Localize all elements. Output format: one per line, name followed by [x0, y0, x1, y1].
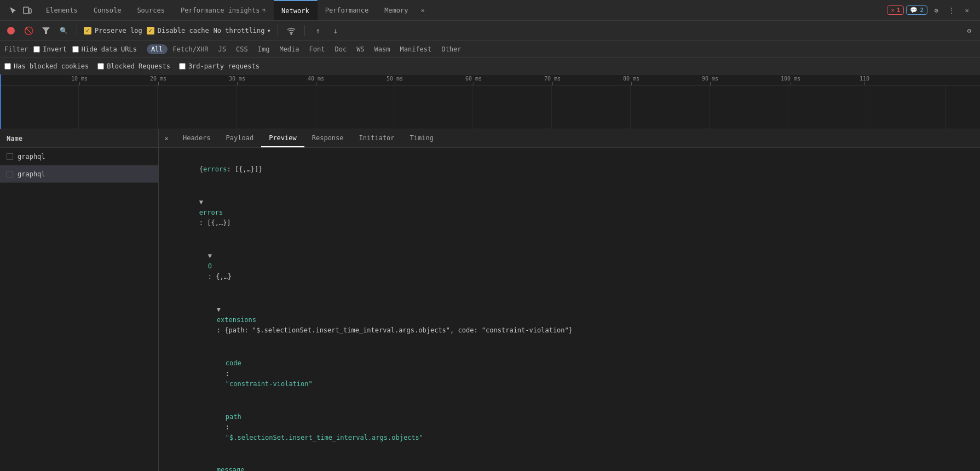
- json-0-brace: : {,…}: [208, 273, 232, 280]
- tab-elements[interactable]: Elements: [38, 0, 86, 20]
- tab-memory[interactable]: Memory: [377, 0, 416, 20]
- json-extensions-value: : {path: "$.selectionSet.insert_time_int…: [217, 326, 573, 334]
- export-button[interactable]: ↓: [329, 24, 342, 37]
- tab-performance[interactable]: Performance: [318, 0, 377, 20]
- throttle-select[interactable]: No throttling ▾: [214, 27, 271, 35]
- clear-button[interactable]: 🚫: [22, 24, 35, 37]
- tick-10ms-label: 10 ms: [71, 76, 88, 82]
- has-blocked-cookies-input[interactable]: [4, 63, 11, 70]
- hide-data-urls-checkbox[interactable]: Hide data URLs: [72, 45, 137, 53]
- hide-data-urls-input[interactable]: [72, 46, 79, 53]
- blocked-requests-input[interactable]: [97, 63, 104, 70]
- tab-console[interactable]: Console: [86, 0, 130, 20]
- search-icon: 🔍: [60, 27, 68, 35]
- name-item-checkbox-1[interactable]: [7, 153, 13, 160]
- filter-type-manifest[interactable]: Manifest: [396, 44, 436, 54]
- hide-data-urls-label: Hide data URLs: [82, 45, 137, 53]
- devtools-icons: [2, 5, 38, 16]
- has-blocked-cookies-checkbox[interactable]: Has blocked cookies: [4, 62, 89, 70]
- json-key-message: message: [217, 466, 245, 471]
- tick-70ms: 70 ms: [544, 76, 561, 85]
- close-detail-button[interactable]: ×: [161, 133, 172, 144]
- filter-type-doc[interactable]: Doc: [330, 44, 351, 54]
- third-party-checkbox[interactable]: 3rd-party requests: [179, 62, 260, 70]
- preserve-log-label: Preserve log: [95, 27, 142, 35]
- filter-type-img[interactable]: Img: [253, 44, 274, 54]
- chat-icon: 💬: [910, 7, 918, 14]
- preserve-log-checkbox[interactable]: ✓ Preserve log: [84, 27, 142, 35]
- name-item-checkbox-2[interactable]: [7, 171, 13, 177]
- close-devtools-button[interactable]: ✕: [960, 4, 973, 17]
- filter-icon[interactable]: [39, 24, 53, 37]
- blocked-requests-checkbox[interactable]: Blocked Requests: [97, 62, 170, 70]
- error-icon: ✕: [891, 7, 895, 14]
- expand-errors-icon[interactable]: ▼: [199, 197, 207, 208]
- list-item[interactable]: graphql: [0, 165, 158, 183]
- tab-timing[interactable]: Timing: [402, 129, 441, 147]
- filter-type-css[interactable]: CSS: [232, 44, 252, 54]
- tab-headers[interactable]: Headers: [175, 129, 218, 147]
- network-settings-icon[interactable]: ⚙: [962, 24, 976, 37]
- experiment-icon: ⚗: [262, 7, 266, 14]
- tick-110ms-label: 110: [860, 76, 869, 82]
- tab-performance-insights[interactable]: Performance insights ⚗: [173, 0, 274, 20]
- main-content: Name graphql graphql × Headers Payload P…: [0, 129, 980, 471]
- tab-right-controls: ✕ 1 💬 2 ⚙ ⋮ ✕: [883, 4, 978, 17]
- timeline-body[interactable]: [0, 85, 980, 129]
- filter-type-js[interactable]: JS: [214, 44, 230, 54]
- tab-payload[interactable]: Payload: [218, 129, 262, 147]
- json-colon-3: :: [226, 423, 233, 431]
- tab-sources[interactable]: Sources: [129, 0, 173, 20]
- json-extensions-line: ▼ extensions : {path: "$.selectionSet.in…: [168, 293, 971, 347]
- search-button[interactable]: 🔍: [57, 24, 70, 37]
- import-button[interactable]: ↑: [312, 24, 325, 37]
- disable-cache-label: Disable cache: [158, 27, 209, 35]
- tick-80ms-label: 80 ms: [623, 76, 639, 82]
- settings-icon[interactable]: ⚙: [930, 4, 943, 17]
- name-list: Name graphql graphql: [0, 129, 159, 471]
- record-button[interactable]: [4, 24, 18, 37]
- detail-tabs: × Headers Payload Preview Response Initi…: [159, 129, 980, 148]
- more-options-icon[interactable]: ⋮: [945, 4, 958, 17]
- tab-initiator[interactable]: Initiator: [351, 129, 402, 147]
- info-badge[interactable]: 💬 2: [906, 5, 927, 15]
- filter-type-wasm[interactable]: Wasm: [370, 44, 395, 54]
- expand-0-icon[interactable]: ▼: [208, 251, 216, 261]
- tab-response[interactable]: Response: [304, 129, 351, 147]
- expand-extensions-icon[interactable]: ▼: [217, 305, 224, 315]
- filter-type-all[interactable]: All: [147, 44, 168, 54]
- tick-100ms: 100 ms: [781, 76, 800, 85]
- json-path-line: path : "$.selectionSet.insert_time_inter…: [168, 400, 971, 454]
- error-count: 1: [897, 7, 901, 14]
- third-party-input[interactable]: [179, 63, 186, 70]
- name-item-text-2: graphql: [18, 170, 45, 178]
- blocked-bar: Has blocked cookies Blocked Requests 3rd…: [0, 58, 980, 74]
- separator-3: [304, 25, 305, 36]
- device-icon[interactable]: [22, 5, 33, 16]
- tab-preview[interactable]: Preview: [261, 129, 304, 147]
- preview-content[interactable]: {errors: [{,…}]} ▼ errors : [{,…}] ▼ 0 :…: [159, 148, 980, 471]
- tab-network[interactable]: Network: [274, 0, 318, 20]
- invert-check-input[interactable]: [33, 46, 40, 53]
- filter-type-ws[interactable]: WS: [352, 44, 368, 54]
- filter-type-fetch-xhr[interactable]: Fetch/XHR: [169, 44, 213, 54]
- json-colon-2: :: [226, 370, 233, 377]
- cursor-icon[interactable]: [8, 5, 19, 16]
- disable-cache-checkbox[interactable]: ✓ Disable cache: [147, 27, 209, 35]
- list-item[interactable]: graphql: [0, 148, 158, 165]
- json-key-0: 0: [208, 262, 212, 270]
- error-badge[interactable]: ✕ 1: [887, 5, 904, 15]
- invert-checkbox[interactable]: Invert: [33, 45, 66, 53]
- info-count: 2: [920, 7, 924, 14]
- wifi-icon[interactable]: [285, 24, 298, 37]
- svg-rect-1: [29, 9, 31, 13]
- tick-50ms-label: 50 ms: [387, 76, 403, 82]
- filter-type-font[interactable]: Font: [305, 44, 330, 54]
- filter-type-other[interactable]: Other: [437, 44, 465, 54]
- tick-30ms-label: 30 ms: [229, 76, 245, 82]
- record-icon: [7, 27, 15, 35]
- upload-icon: ↑: [316, 26, 320, 35]
- tick-90ms-label: 90 ms: [702, 76, 718, 82]
- more-tabs-button[interactable]: »: [417, 0, 429, 20]
- filter-type-media[interactable]: Media: [275, 44, 303, 54]
